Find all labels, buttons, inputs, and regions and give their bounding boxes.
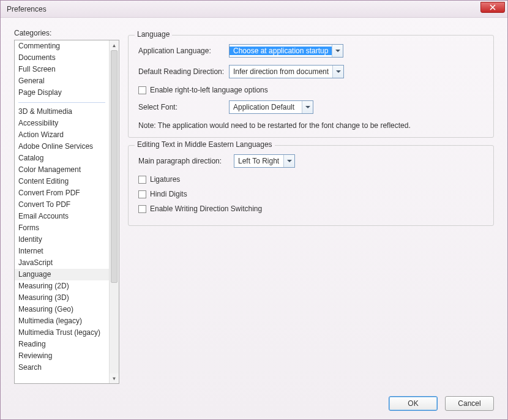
hindi-digits-checkbox[interactable] (138, 190, 146, 198)
rtl-checkbox-row[interactable]: Enable right-to-left language options (138, 86, 485, 94)
category-item[interactable]: Catalog (15, 152, 109, 164)
category-item[interactable]: Internet (15, 246, 109, 257)
category-item[interactable]: Forms (15, 222, 109, 234)
rtl-checkbox-label: Enable right-to-left language options (150, 86, 268, 94)
category-item[interactable]: Full Screen (15, 64, 109, 75)
category-item[interactable]: Documents (15, 52, 109, 64)
content-area: Categories: CommentingDocumentsFull Scre… (14, 25, 494, 384)
category-item[interactable]: Commenting (15, 40, 109, 52)
chevron-down-icon (283, 155, 294, 167)
paragraph-direction-value: Left To Right (234, 157, 283, 165)
window-title: Preferences (7, 5, 47, 13)
middle-eastern-group: Editing Text in Middle Eastern Languages… (128, 145, 494, 226)
font-note: Note: The application would need to be r… (138, 121, 485, 130)
app-language-label: Application Language: (137, 47, 229, 55)
categories-list: CommentingDocumentsFull ScreenGeneralPag… (14, 40, 119, 384)
scrollbar[interactable]: ▲ ▼ (109, 40, 119, 383)
ligatures-label: Ligatures (150, 175, 180, 184)
settings-panel: Language Application Language: Choose at… (128, 25, 494, 233)
writing-direction-checkbox[interactable] (138, 205, 146, 213)
category-item[interactable]: JavaScript (15, 257, 109, 269)
category-item[interactable]: Multimedia Trust (legacy) (15, 327, 109, 339)
category-item[interactable]: Language (15, 269, 109, 280)
ligatures-checkbox-row[interactable]: Ligatures (138, 175, 485, 184)
scroll-down-button[interactable]: ▼ (110, 373, 119, 383)
hindi-digits-label: Hindi Digits (150, 190, 187, 198)
titlebar: Preferences (1, 1, 507, 18)
scroll-track[interactable] (110, 50, 119, 373)
middle-eastern-group-title: Editing Text in Middle Eastern Languages (135, 140, 275, 149)
preferences-window: Preferences Categories: CommentingDocume… (0, 0, 508, 420)
category-item[interactable]: Measuring (3D) (15, 292, 109, 304)
reading-direction-value: Infer direction from document (230, 67, 332, 76)
reading-direction-label: Default Reading Direction: (137, 67, 229, 76)
language-group-title: Language (135, 30, 172, 39)
close-button[interactable] (480, 2, 505, 13)
category-item[interactable]: Accessibility (15, 118, 109, 129)
writing-direction-checkbox-row[interactable]: Enable Writing Direction Switching (138, 204, 485, 213)
hindi-digits-checkbox-row[interactable]: Hindi Digits (138, 190, 485, 198)
category-item[interactable]: Reading (15, 339, 109, 350)
category-item[interactable]: Measuring (Geo) (15, 304, 109, 315)
reading-direction-row: Default Reading Direction: Infer directi… (137, 65, 485, 78)
button-bar: OK Cancel (389, 396, 494, 411)
font-row: Select Font: Application Default (137, 100, 485, 114)
chevron-down-icon (332, 45, 343, 57)
font-combo[interactable]: Application Default (229, 100, 313, 114)
category-item[interactable]: Convert From PDF (15, 187, 109, 199)
paragraph-direction-label: Main paragraph direction: (137, 157, 234, 165)
category-item[interactable]: 3D & Multimedia (15, 106, 109, 118)
font-label: Select Font: (137, 103, 229, 111)
category-item[interactable]: Convert To PDF (15, 199, 109, 211)
categories-label: Categories: (14, 29, 51, 37)
category-item[interactable]: Email Accounts (15, 211, 109, 222)
category-item[interactable]: Measuring (2D) (15, 280, 109, 292)
chevron-down-icon (302, 101, 313, 113)
category-item[interactable]: Page Display (15, 87, 109, 99)
category-item[interactable]: Action Wizard (15, 129, 109, 141)
category-item[interactable]: Identity (15, 234, 109, 246)
ligatures-checkbox[interactable] (138, 176, 146, 184)
scroll-up-button[interactable]: ▲ (110, 40, 119, 50)
app-language-value: Choose at application startup (230, 47, 332, 55)
ok-button[interactable]: OK (389, 396, 438, 411)
category-item[interactable]: Content Editing (15, 176, 109, 187)
category-separator (18, 102, 105, 103)
reading-direction-combo[interactable]: Infer direction from document (229, 65, 344, 78)
category-item[interactable]: Multimedia (legacy) (15, 315, 109, 327)
language-group: Language Application Language: Choose at… (128, 35, 494, 138)
paragraph-direction-combo[interactable]: Left To Right (234, 154, 295, 168)
category-item[interactable]: Adobe Online Services (15, 141, 109, 152)
writing-direction-label: Enable Writing Direction Switching (150, 204, 262, 213)
rtl-checkbox[interactable] (138, 86, 146, 94)
paragraph-direction-row: Main paragraph direction: Left To Right (137, 154, 485, 168)
category-item[interactable]: Color Management (15, 164, 109, 176)
categories-scroll[interactable]: CommentingDocumentsFull ScreenGeneralPag… (15, 40, 109, 383)
close-icon (490, 4, 496, 10)
cancel-button[interactable]: Cancel (445, 396, 494, 411)
category-item[interactable]: Search (15, 362, 109, 373)
category-item[interactable]: Reviewing (15, 350, 109, 362)
app-language-row: Application Language: Choose at applicat… (137, 44, 485, 58)
scroll-thumb[interactable] (111, 50, 118, 283)
chevron-down-icon (332, 66, 343, 78)
app-language-combo[interactable]: Choose at application startup (229, 44, 343, 58)
font-value: Application Default (230, 103, 302, 111)
category-item[interactable]: General (15, 75, 109, 87)
